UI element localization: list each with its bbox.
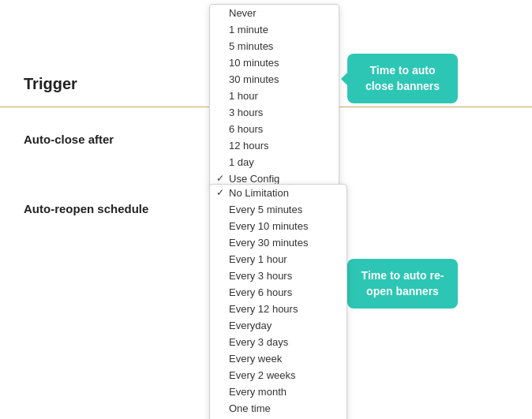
auto-close-label: Auto-close after <box>24 133 114 146</box>
auto-close-option[interactable]: 10 minutes <box>210 54 339 71</box>
page-container: Trigger Auto-close after Never1 minute5 … <box>0 0 532 419</box>
auto-reopen-option[interactable]: Every week <box>210 350 347 367</box>
auto-close-option[interactable]: 12 hours <box>210 137 339 154</box>
auto-reopen-option[interactable]: Every month <box>210 383 347 400</box>
auto-close-option[interactable]: 6 hours <box>210 121 339 137</box>
auto-reopen-option[interactable]: No Limitation <box>210 185 347 201</box>
auto-close-option[interactable]: 1 minute <box>210 21 339 38</box>
auto-reopen-label: Auto-reopen schedule <box>24 202 148 215</box>
auto-reopen-option[interactable]: Every 3 hours <box>210 267 347 284</box>
auto-reopen-option[interactable]: Every 5 minutes <box>210 201 347 218</box>
auto-reopen-option[interactable]: Everyday <box>210 317 347 334</box>
auto-close-tooltip: Time to auto close banners <box>347 54 458 103</box>
auto-reopen-option[interactable]: Every 30 minutes <box>210 234 347 251</box>
auto-reopen-tooltip: Time to auto re-open banners <box>347 259 458 309</box>
auto-close-option[interactable]: 5 minutes <box>210 38 339 54</box>
auto-reopen-option[interactable]: One time <box>210 400 347 417</box>
auto-close-option[interactable]: 30 minutes <box>210 71 339 88</box>
auto-close-option[interactable]: 1 hour <box>210 88 339 104</box>
auto-reopen-option[interactable]: Every 2 weeks <box>210 367 347 383</box>
auto-close-option[interactable]: 3 hours <box>210 104 339 121</box>
auto-reopen-option[interactable]: Every 6 hours <box>210 284 347 301</box>
auto-reopen-dropdown[interactable]: No LimitationEvery 5 minutesEvery 10 min… <box>209 184 347 419</box>
auto-reopen-option[interactable]: Every 12 hours <box>210 301 347 317</box>
auto-reopen-option[interactable]: Every 3 days <box>210 334 347 350</box>
auto-close-dropdown[interactable]: Never1 minute5 minutes10 minutes30 minut… <box>209 4 339 188</box>
auto-reopen-option[interactable]: Every 10 minutes <box>210 218 347 234</box>
auto-reopen-option[interactable]: Every 1 hour <box>210 251 347 267</box>
auto-close-option[interactable]: Never <box>210 5 339 21</box>
auto-close-option[interactable]: 1 day <box>210 154 339 170</box>
trigger-label: Trigger <box>24 75 77 92</box>
